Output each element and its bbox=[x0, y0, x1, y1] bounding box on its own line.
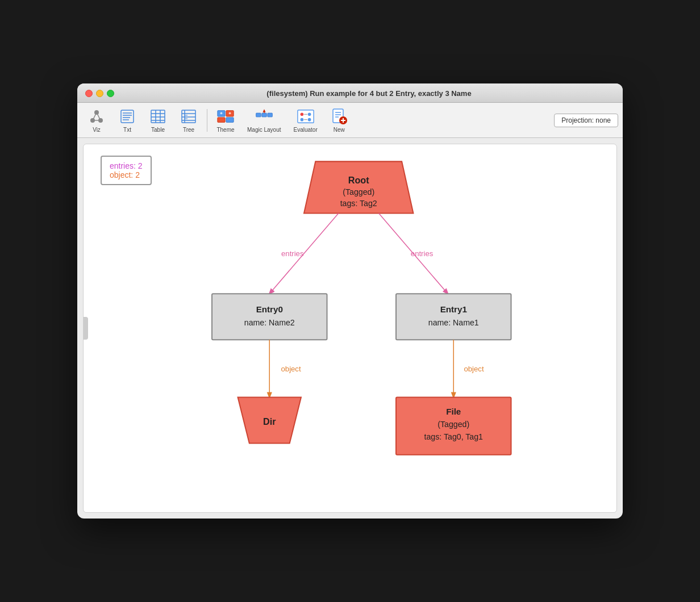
svg-point-36 bbox=[300, 112, 303, 116]
traffic-lights bbox=[85, 90, 114, 97]
table-icon bbox=[149, 107, 167, 126]
edge-root-entry0: entries bbox=[269, 214, 339, 294]
separator-1 bbox=[207, 109, 207, 132]
svg-text:entries: entries bbox=[411, 249, 434, 258]
svg-rect-6 bbox=[121, 110, 134, 123]
svg-rect-31 bbox=[262, 113, 266, 117]
viz-label: Viz bbox=[93, 127, 101, 133]
root-node[interactable]: Root (Tagged) tags: Tag2 bbox=[304, 161, 413, 213]
tree-button[interactable]: Tree bbox=[174, 105, 203, 135]
svg-text:Entry0: Entry0 bbox=[256, 304, 283, 314]
svg-rect-60 bbox=[396, 294, 511, 340]
evaluator-icon bbox=[297, 107, 315, 126]
minimize-button[interactable] bbox=[96, 90, 103, 97]
projection-button[interactable]: Projection: none bbox=[554, 114, 618, 127]
svg-point-29 bbox=[229, 112, 231, 114]
magic-layout-icon bbox=[255, 107, 273, 126]
theme-button[interactable]: Theme bbox=[211, 105, 240, 135]
svg-text:object: object bbox=[464, 365, 484, 373]
edge-root-entry1: entries bbox=[379, 214, 448, 294]
txt-button[interactable]: Txt bbox=[113, 105, 142, 135]
magic-layout-label: Magic Layout bbox=[247, 127, 281, 133]
svg-rect-27 bbox=[226, 118, 234, 122]
svg-line-3 bbox=[93, 112, 97, 120]
magic-layout-button[interactable]: Magic Layout bbox=[241, 105, 286, 135]
maximize-button[interactable] bbox=[107, 90, 114, 97]
dir-node[interactable]: Dir bbox=[238, 398, 301, 444]
tree-label: Tree bbox=[183, 127, 194, 133]
svg-rect-30 bbox=[256, 113, 260, 117]
tree-icon bbox=[180, 107, 198, 126]
txt-icon bbox=[118, 107, 136, 126]
svg-text:tags: Tag0, Tag1: tags: Tag0, Tag1 bbox=[424, 432, 483, 441]
svg-text:name: Name1: name: Name1 bbox=[428, 318, 479, 327]
title-bar: (filesystem) Run example for 4 but 2 Ent… bbox=[77, 83, 623, 103]
svg-text:Dir: Dir bbox=[263, 416, 276, 427]
close-button[interactable] bbox=[85, 90, 93, 97]
svg-line-4 bbox=[97, 112, 101, 120]
table-button[interactable]: Table bbox=[143, 105, 173, 135]
svg-point-39 bbox=[307, 118, 311, 122]
evaluator-label: Evaluator bbox=[293, 127, 317, 133]
window-title: (filesystem) Run example for 4 but 2 Ent… bbox=[123, 89, 615, 98]
table-label: Table bbox=[151, 127, 165, 133]
svg-text:entries: entries bbox=[281, 249, 304, 258]
file-node[interactable]: File (Tagged) tags: Tag0, Tag1 bbox=[396, 398, 511, 455]
new-label: New bbox=[334, 127, 345, 133]
svg-point-28 bbox=[220, 112, 223, 114]
svg-rect-32 bbox=[268, 113, 272, 117]
edge-entry0-dir: object bbox=[269, 340, 301, 397]
new-icon bbox=[330, 107, 348, 126]
svg-text:Root: Root bbox=[348, 175, 369, 185]
svg-text:Entry1: Entry1 bbox=[440, 304, 468, 314]
evaluator-button[interactable]: Evaluator bbox=[288, 105, 323, 135]
txt-label: Txt bbox=[123, 127, 131, 133]
svg-rect-35 bbox=[297, 110, 313, 123]
svg-point-38 bbox=[300, 118, 303, 122]
diagram-svg: Root (Tagged) tags: Tag2 entries entries… bbox=[84, 144, 616, 512]
entry1-node[interactable]: Entry1 name: Name1 bbox=[396, 294, 511, 340]
svg-marker-33 bbox=[262, 109, 265, 112]
toolbar: Viz Txt bbox=[77, 103, 623, 138]
svg-rect-26 bbox=[218, 118, 225, 122]
edge-entry1-file: object bbox=[453, 340, 484, 397]
svg-text:object: object bbox=[281, 365, 301, 373]
canvas-area: entries: 2 object: 2 Root (Tagged) tags:… bbox=[83, 144, 617, 513]
entry0-node[interactable]: Entry0 name: Name2 bbox=[212, 294, 327, 340]
theme-icon bbox=[216, 107, 235, 126]
new-button[interactable]: New bbox=[324, 105, 354, 135]
theme-label: Theme bbox=[216, 127, 234, 133]
svg-line-53 bbox=[269, 214, 339, 294]
svg-rect-57 bbox=[212, 294, 327, 340]
svg-text:tags: Tag2: tags: Tag2 bbox=[340, 199, 377, 208]
viz-button[interactable]: Viz bbox=[82, 105, 111, 135]
svg-text:File: File bbox=[446, 407, 461, 416]
svg-text:name: Name2: name: Name2 bbox=[244, 318, 295, 327]
svg-text:(Tagged): (Tagged) bbox=[343, 187, 374, 197]
svg-point-37 bbox=[307, 112, 311, 116]
viz-icon bbox=[88, 107, 106, 126]
app-window: (filesystem) Run example for 4 but 2 Ent… bbox=[77, 83, 623, 519]
svg-text:(Tagged): (Tagged) bbox=[438, 420, 469, 429]
